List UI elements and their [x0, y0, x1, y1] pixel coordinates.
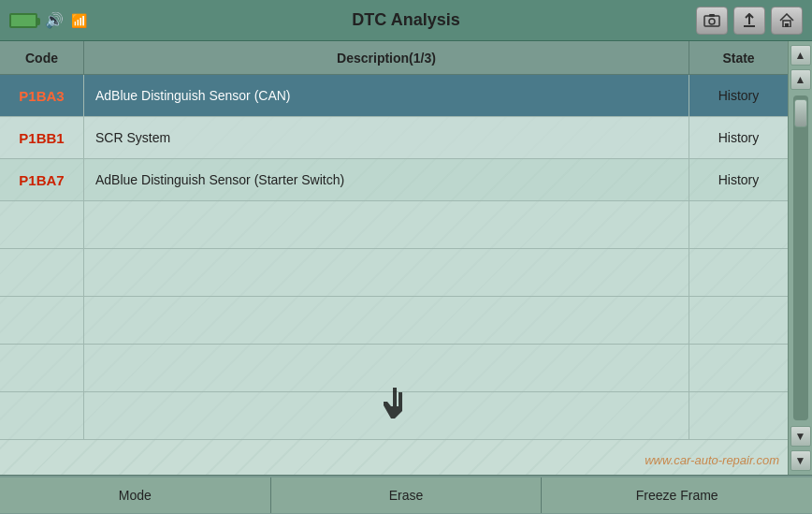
svg-rect-5 — [785, 23, 789, 27]
row-description: SCR System — [84, 117, 689, 158]
svg-rect-2 — [709, 14, 715, 17]
erase-button[interactable]: Erase — [271, 477, 543, 513]
home-button[interactable] — [771, 7, 803, 35]
row-state — [689, 392, 788, 439]
scrollbar: ▲ ▲ ▼ ▼ — [788, 41, 812, 475]
table-content: Code Description(1/3) State P1BA3 AdBlue… — [0, 41, 788, 475]
table-row[interactable] — [0, 392, 788, 440]
table-row[interactable]: P1BB1 SCR System History — [0, 117, 788, 159]
upload-button[interactable] — [733, 7, 765, 35]
row-code: P1BA3 — [0, 75, 84, 116]
row-description — [84, 201, 689, 248]
scroll-up-button[interactable]: ▲ — [790, 69, 811, 90]
row-code — [0, 297, 84, 344]
col-header-state: State — [689, 41, 788, 74]
svg-rect-3 — [744, 25, 755, 27]
freeze-frame-button[interactable]: Freeze Frame — [542, 477, 812, 513]
table-row[interactable] — [0, 297, 788, 345]
row-code: P1BB1 — [0, 117, 84, 158]
battery-icon — [9, 13, 37, 28]
table-area: Code Description(1/3) State P1BA3 AdBlue… — [0, 41, 788, 475]
table-header: Code Description(1/3) State — [0, 41, 788, 75]
row-description: AdBlue Distinguish Sensor (Starter Switc… — [84, 159, 689, 200]
col-header-description: Description(1/3) — [84, 41, 689, 74]
row-description — [84, 249, 689, 296]
scroll-down-bottom-button[interactable]: ▼ — [790, 450, 811, 471]
row-state — [689, 297, 788, 344]
row-state: History — [689, 117, 788, 158]
row-state: History — [689, 159, 788, 200]
row-code — [0, 392, 84, 439]
row-state: History — [689, 75, 788, 116]
row-description — [84, 297, 689, 344]
svg-point-1 — [709, 19, 715, 24]
status-icons: 🔊 📶 — [9, 11, 87, 29]
top-bar: 🔊 📶 DTC Analysis — [0, 0, 812, 41]
table-row[interactable] — [0, 201, 788, 249]
main-content: Code Description(1/3) State P1BA3 AdBlue… — [0, 41, 812, 475]
wifi-icon: 📶 — [71, 13, 87, 28]
row-description: AdBlue Distinguish Sensor (CAN) — [84, 75, 689, 116]
scroll-up-top-button[interactable]: ▲ — [790, 45, 811, 66]
nav-buttons — [696, 7, 803, 35]
screenshot-button[interactable] — [696, 7, 728, 35]
bottom-bar: Mode Erase Freeze Frame — [0, 475, 812, 514]
row-state — [689, 345, 788, 391]
row-description — [84, 345, 689, 391]
scroll-track — [793, 95, 808, 420]
scroll-down-button[interactable]: ▼ — [790, 426, 811, 447]
scroll-thumb[interactable] — [794, 99, 807, 127]
table-row[interactable] — [0, 345, 788, 392]
row-code — [0, 249, 84, 296]
row-code — [0, 345, 84, 391]
mode-button[interactable]: Mode — [0, 477, 271, 513]
table-row[interactable]: P1BA3 AdBlue Distinguish Sensor (CAN) Hi… — [0, 75, 788, 117]
page-title: DTC Analysis — [352, 10, 459, 30]
row-state — [689, 201, 788, 248]
col-header-code: Code — [0, 41, 84, 74]
table-row[interactable]: P1BA7 AdBlue Distinguish Sensor (Starter… — [0, 159, 788, 201]
speaker-icon: 🔊 — [45, 11, 64, 29]
row-description — [84, 392, 689, 439]
row-state — [689, 249, 788, 296]
table-row[interactable] — [0, 249, 788, 297]
row-code: P1BA7 — [0, 159, 84, 200]
row-code — [0, 201, 84, 248]
